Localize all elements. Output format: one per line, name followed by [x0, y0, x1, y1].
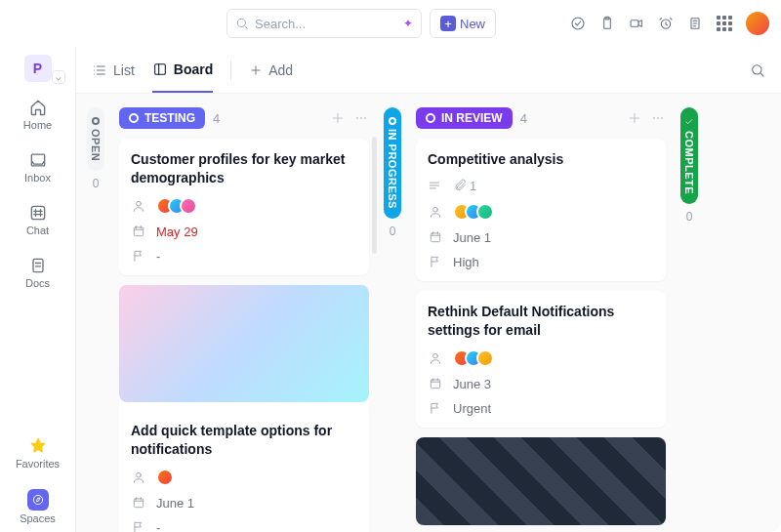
home-icon	[28, 98, 48, 117]
plus-icon: +	[440, 16, 456, 31]
svg-point-22	[433, 207, 438, 212]
nav-docs[interactable]: Docs	[0, 248, 75, 297]
assignee-icon	[131, 199, 146, 213]
calendar-icon	[131, 225, 146, 238]
column-count: 0	[93, 177, 100, 190]
view-tab-board[interactable]: Board	[152, 47, 213, 93]
nav-spaces[interactable]: Spaces	[0, 481, 75, 532]
calendar-icon	[131, 496, 146, 510]
global-search[interactable]: Search... ✦	[226, 9, 422, 38]
list-icon	[92, 62, 107, 78]
more-icon[interactable]	[353, 110, 369, 126]
hash-icon	[28, 203, 48, 223]
clipboard-icon[interactable]	[599, 16, 615, 31]
card-cover-image	[119, 285, 369, 402]
column-open-collapsed[interactable]: OPEN 0	[86, 107, 105, 518]
scrollbar[interactable]	[372, 137, 377, 254]
nav-favorites[interactable]: Favorites	[0, 429, 75, 477]
assignee-icon	[428, 351, 443, 365]
note-icon[interactable]	[687, 16, 703, 31]
status-pill-in-progress: IN PROGRESS	[384, 107, 401, 219]
card-title: Add quick template options for notificat…	[131, 422, 357, 459]
check-circle-icon[interactable]	[570, 16, 586, 31]
flag-icon	[131, 520, 146, 532]
plus-icon	[249, 63, 263, 77]
new-button[interactable]: + New	[430, 9, 496, 38]
view-tab-list[interactable]: List	[92, 47, 135, 93]
nav-chat[interactable]: Chat	[0, 195, 75, 244]
card-date: June 3	[453, 377, 491, 391]
card-priority: High	[453, 255, 479, 269]
status-pill-open: OPEN	[87, 107, 104, 171]
chevron-down-icon[interactable]: ⌵	[52, 70, 65, 84]
more-icon[interactable]	[650, 110, 666, 126]
column-in-progress-collapsed[interactable]: IN PROGRESS 0	[383, 107, 402, 518]
add-card-icon[interactable]	[330, 110, 346, 126]
assignee-avatars	[453, 349, 494, 367]
search-placeholder: Search...	[255, 17, 306, 31]
column-testing: TESTING 4 Customer profiles for key mark…	[119, 107, 369, 532]
svg-rect-23	[431, 233, 439, 242]
svg-point-15	[137, 201, 142, 206]
svg-point-14	[364, 117, 366, 119]
nav-inbox[interactable]: Inbox	[0, 143, 75, 191]
svg-point-17	[137, 472, 142, 477]
card-date: June 1	[453, 230, 491, 245]
svg-rect-18	[134, 499, 143, 508]
svg-rect-8	[33, 259, 43, 271]
status-pill-complete: COMPLETE	[680, 107, 698, 204]
svg-point-24	[433, 353, 438, 358]
card[interactable]: Customer profiles for key market demogra…	[119, 139, 369, 275]
check-icon	[684, 117, 694, 127]
status-ring-icon	[129, 113, 139, 123]
paperclip-icon	[453, 179, 467, 192]
card-date: May 29	[156, 225, 198, 239]
workspace-badge[interactable]: P ⌵	[24, 55, 52, 82]
assignee-avatars	[156, 197, 197, 215]
column-count: 4	[520, 111, 527, 126]
left-sidebar: P ⌵ Home Inbox Chat Docs Favorites Space…	[0, 47, 76, 532]
flag-icon	[428, 401, 443, 415]
view-tab-add[interactable]: Add	[249, 47, 293, 93]
status-dot-icon	[389, 117, 396, 125]
star-icon	[28, 436, 48, 456]
board-area: OPEN 0 TESTING 4 Customer profiles for k…	[76, 94, 781, 532]
status-pill-testing[interactable]: TESTING	[119, 107, 205, 129]
status-ring-icon	[426, 113, 435, 123]
flag-icon	[428, 255, 443, 268]
alarm-icon[interactable]	[658, 16, 674, 31]
svg-point-12	[356, 117, 358, 119]
user-avatar[interactable]	[746, 12, 769, 35]
svg-rect-25	[431, 380, 439, 389]
docs-icon	[28, 256, 48, 275]
nav-home[interactable]: Home	[0, 90, 75, 139]
assignee-icon	[131, 471, 146, 484]
inbox-icon	[28, 150, 48, 170]
column-complete-collapsed[interactable]: COMPLETE 0	[679, 107, 699, 518]
svg-point-9	[33, 495, 42, 504]
card[interactable]	[416, 437, 666, 525]
status-dot-icon	[92, 117, 100, 125]
attachment-count: 1	[453, 179, 476, 193]
assignee-avatars	[156, 469, 174, 486]
status-pill-in-review[interactable]: IN REVIEW	[416, 107, 513, 129]
card[interactable]: Add quick template options for notificat…	[119, 285, 369, 532]
compass-icon	[31, 493, 45, 507]
svg-point-0	[237, 19, 245, 26]
search-icon[interactable]	[750, 62, 765, 78]
svg-point-13	[360, 117, 362, 119]
column-count: 0	[686, 210, 693, 224]
column-in-review: IN REVIEW 4 Competitive analysis 1 June …	[416, 107, 666, 518]
card[interactable]: Rethink Default Notifications settings f…	[416, 291, 666, 428]
apps-grid-icon[interactable]	[717, 16, 732, 31]
calendar-icon	[428, 377, 443, 390]
ai-sparkle-icon: ✦	[403, 17, 413, 30]
video-icon[interactable]	[629, 16, 644, 31]
card[interactable]: Competitive analysis 1 June 1 High	[416, 139, 666, 281]
add-card-icon[interactable]	[627, 110, 642, 126]
board-icon	[152, 61, 168, 77]
card-priority: -	[156, 520, 160, 532]
svg-rect-7	[31, 206, 44, 219]
card-title: Customer profiles for key market demogra…	[131, 150, 357, 187]
card-title: Rethink Default Notifications settings f…	[428, 303, 654, 340]
